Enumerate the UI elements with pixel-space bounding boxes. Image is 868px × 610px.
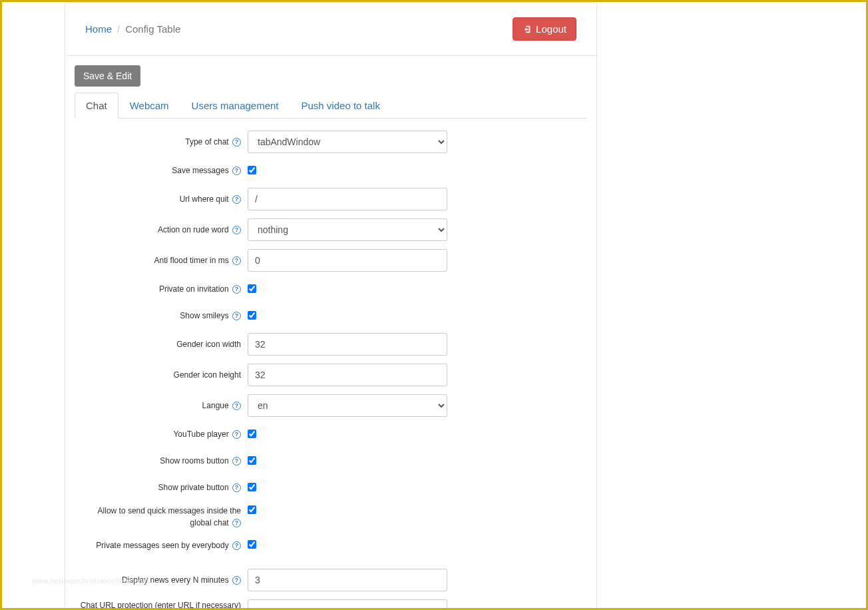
logout-label: Logout [536, 23, 566, 35]
anti-flood-input[interactable] [248, 249, 447, 272]
panel-body: Save & Edit Chat Webcam Users management… [65, 56, 596, 610]
action-rude-word-select[interactable]: nothing [248, 218, 447, 241]
tab-users-management[interactable]: Users management [180, 93, 290, 119]
show-private-button-checkbox[interactable] [248, 483, 256, 491]
help-icon[interactable]: ? [232, 256, 241, 265]
action-rude-word-label: Action on rude word [158, 225, 229, 234]
chat-url-protection-input[interactable] [248, 599, 447, 610]
display-news-input[interactable] [248, 569, 447, 591]
anti-flood-label: Anti flood timer in ms [154, 256, 229, 265]
breadcrumb-current: Config Table [125, 23, 180, 35]
show-rooms-button-label: Show rooms button [160, 456, 228, 465]
panel-header: Home / Config Table Logout [65, 3, 596, 56]
help-icon[interactable]: ? [232, 541, 241, 550]
url-where-quit-input[interactable] [248, 188, 447, 210]
private-on-invitation-label: Private on invitation [159, 284, 229, 294]
langue-label: Langue [202, 401, 229, 410]
gender-icon-width-input[interactable] [248, 333, 447, 356]
help-icon[interactable]: ? [232, 576, 241, 585]
type-of-chat-label: Type of chat [185, 137, 228, 147]
show-rooms-button-checkbox[interactable] [248, 456, 256, 465]
config-panel: Home / Config Table Logout Save & Edit C… [65, 2, 597, 610]
help-icon[interactable]: ? [232, 312, 241, 320]
logout-icon [523, 25, 532, 34]
save-messages-checkbox[interactable] [248, 166, 256, 174]
tab-chat[interactable]: Chat [75, 93, 118, 119]
type-of-chat-select[interactable]: tabAndWindow [248, 131, 447, 153]
breadcrumb-separator: / [117, 23, 120, 35]
logout-button[interactable]: Logout [513, 17, 576, 41]
private-seen-everybody-checkbox[interactable] [248, 540, 256, 549]
youtube-player-checkbox[interactable] [248, 430, 256, 438]
show-private-button-label: Show private button [158, 483, 229, 492]
help-icon[interactable]: ? [232, 402, 241, 410]
help-icon[interactable]: ? [232, 226, 241, 234]
breadcrumb: Home / Config Table [85, 23, 180, 35]
tab-push-video[interactable]: Push video to talk [290, 93, 391, 119]
save-edit-button[interactable]: Save & Edit [75, 65, 140, 87]
help-icon[interactable]: ? [232, 430, 241, 439]
quick-messages-checkbox[interactable] [248, 505, 256, 514]
tabs: Chat Webcam Users management Push video … [75, 92, 587, 119]
gender-icon-height-input[interactable] [248, 364, 447, 386]
show-smileys-label: Show smileys [180, 311, 228, 320]
langue-select[interactable]: en [248, 394, 447, 417]
quick-messages-label: Allow to send quick messages inside the … [98, 506, 241, 527]
help-icon[interactable]: ? [232, 457, 241, 465]
chat-url-protection-label: Chat URL protection (enter URL if necess… [81, 601, 241, 610]
show-smileys-checkbox[interactable] [248, 311, 256, 320]
breadcrumb-home[interactable]: Home [85, 23, 112, 35]
gender-icon-width-label: Gender icon width [176, 340, 241, 349]
gender-icon-height-label: Gender icon height [174, 370, 241, 380]
help-icon[interactable]: ? [232, 166, 241, 175]
help-icon[interactable]: ? [232, 195, 241, 204]
help-icon[interactable]: ? [232, 285, 241, 294]
url-where-quit-label: Url where quit [180, 194, 229, 204]
chat-form: Type of chat ? tabAndWindow Save message… [75, 119, 587, 610]
save-messages-label: Save messages [172, 166, 228, 175]
help-icon[interactable]: ? [232, 483, 241, 492]
private-seen-everybody-label: Private messages seen by everybody [96, 541, 228, 550]
youtube-player-label: YouTube player [173, 430, 228, 439]
private-on-invitation-checkbox[interactable] [248, 284, 256, 293]
tab-webcam[interactable]: Webcam [118, 93, 180, 119]
watermark: www.heritagechristiancollege.com [32, 577, 148, 585]
help-icon[interactable]: ? [232, 519, 241, 527]
help-icon[interactable]: ? [232, 138, 241, 147]
